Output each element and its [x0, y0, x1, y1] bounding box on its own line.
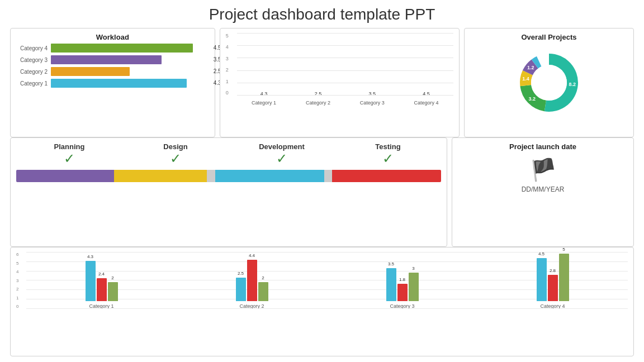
vbar-axis: 543210 — [226, 33, 229, 96]
gbar-wrapper: 3.5 — [386, 268, 396, 301]
gbar-wrapper: 2 — [108, 282, 118, 301]
donut-label: 8.2 — [569, 82, 576, 87]
grouped-axis: 6543210 — [16, 252, 18, 309]
grouped-axis-label: 6 — [16, 252, 18, 257]
donut-center — [531, 65, 567, 101]
flag-icon: 🏴 — [530, 158, 556, 182]
grouped-label: Category 4 — [540, 303, 565, 309]
vertical-bar-card: 543210 4.3 Category 1 2.5 Category 2 3.5… — [220, 28, 460, 137]
row-2: Planning ✓ Design ✓ Development ✓ Testin… — [10, 137, 634, 247]
gbar-val: 2 — [111, 275, 113, 280]
grouped-chart: 6543210 4.3 2.4 2 Category 1 2.5 4.4 — [16, 252, 628, 319]
grouped-label: Category 1 — [89, 303, 113, 309]
grouped-axis-label: 0 — [16, 304, 18, 309]
gbar — [386, 268, 396, 301]
gbar — [409, 273, 419, 301]
vbar-group: 2.5 Category 2 — [291, 91, 345, 106]
page-title: Project dashboard template PPT — [10, 6, 634, 23]
phase-bar-row — [16, 170, 441, 182]
gbar — [559, 254, 569, 301]
gbar — [97, 278, 107, 301]
launch-date: DD/MM/YEAR — [522, 185, 565, 193]
gbar — [258, 282, 268, 301]
phase-check: ✓ — [64, 152, 75, 165]
grouped-bars: 3.5 1.8 3 — [386, 244, 419, 301]
phase-item: Testing ✓ — [335, 142, 441, 165]
vbar-grid-line — [237, 83, 453, 83]
phase-name: Development — [259, 142, 305, 151]
gbar-val: 5 — [562, 247, 565, 252]
donut-title: Overall Projects — [470, 33, 628, 41]
grouped-axis-label: 3 — [16, 278, 18, 283]
donut-chart: 8.23.21.41.2 — [510, 44, 588, 122]
gbar — [236, 278, 246, 301]
hbar-label: Category 3 — [16, 57, 51, 63]
vbar-grid-line — [237, 58, 453, 58]
grouped-group: 4.3 2.4 2 Category 1 — [26, 244, 177, 309]
workload-card: Workload Category 4 4.5 Category 3 3.5 C… — [10, 28, 215, 137]
phase-item: Development ✓ — [229, 142, 335, 165]
gbar-val: 4.3 — [87, 254, 93, 259]
donut-label: 1.4 — [522, 76, 529, 82]
phase-item: Planning ✓ — [16, 142, 122, 165]
vbar-group: 4.5 Category 4 — [399, 91, 453, 106]
gbar-wrapper: 5 — [559, 254, 569, 301]
gbar-val: 2.4 — [98, 272, 105, 277]
phases-card: Planning ✓ Design ✓ Development ✓ Testin… — [10, 137, 447, 247]
gbar-val: 3 — [412, 266, 414, 271]
hbar-label: Category 2 — [16, 69, 51, 75]
vbar-wrapper: 543210 4.3 Category 1 2.5 Category 2 3.5… — [226, 33, 453, 106]
gbar-wrapper: 4.4 — [247, 260, 257, 301]
vbar-axis-label: 2 — [226, 67, 229, 73]
phase-seg — [207, 170, 215, 182]
donut-card: Overall Projects 8.23.21.41.2 — [464, 28, 634, 137]
vbar-axis-label: 3 — [226, 56, 229, 61]
phase-seg — [332, 170, 441, 182]
vbar-label: Category 1 — [252, 100, 276, 106]
vbar-label: Category 3 — [360, 100, 385, 106]
vbar-axis-label: 5 — [226, 33, 229, 39]
row-3: 6543210 4.3 2.4 2 Category 1 2.5 4.4 — [10, 247, 634, 356]
phase-check: ✓ — [170, 152, 181, 165]
donut-label: 1.2 — [527, 65, 534, 70]
gbar-val: 1.8 — [399, 277, 405, 282]
gbar-wrapper: 4.3 — [86, 261, 96, 301]
vbar-val: 3.5 — [368, 91, 376, 97]
vbar-chart: 543210 4.3 Category 1 2.5 Category 2 3.5… — [226, 33, 453, 106]
phase-item: Design ✓ — [122, 142, 229, 165]
phase-name: Planning — [54, 142, 85, 151]
gbar — [548, 275, 558, 301]
phase-check: ✓ — [276, 152, 287, 165]
gbar — [86, 261, 96, 301]
hbar-track: 2.5 — [51, 67, 209, 76]
grouped-chart-wrapper: 6543210 4.3 2.4 2 Category 1 2.5 4.4 — [16, 252, 628, 341]
gbar-val: 3.5 — [388, 261, 394, 266]
gbar-val: 4.5 — [538, 251, 544, 256]
hbar-fill — [51, 55, 162, 64]
row-1: Workload Category 4 4.5 Category 3 3.5 C… — [10, 28, 634, 137]
gbar-wrapper: 2.4 — [97, 278, 107, 301]
gbar — [108, 282, 118, 301]
gbar-val: 2 — [262, 275, 264, 280]
workload-chart: Category 4 4.5 Category 3 3.5 Category 2… — [16, 44, 209, 88]
grouped-label: Category 3 — [390, 303, 414, 309]
donut-label: 3.2 — [529, 96, 536, 102]
grouped-axis-label: 1 — [16, 296, 18, 301]
vbar-axis-label: 4 — [226, 44, 229, 50]
phase-name: Testing — [375, 142, 400, 151]
gbar-wrapper: 4.5 — [537, 258, 547, 301]
vbar-axis-label: 1 — [226, 79, 229, 84]
vbar-label: Category 4 — [414, 100, 439, 106]
grouped-bar-card: 6543210 4.3 2.4 2 Category 1 2.5 4.4 — [10, 247, 634, 356]
gbar-val: 2.8 — [550, 268, 556, 273]
vbar-val: 4.3 — [261, 91, 268, 97]
grouped-axis-label: 2 — [16, 287, 18, 292]
phase-seg — [215, 170, 324, 182]
vbar-val: 2.5 — [315, 91, 322, 97]
grouped-axis-label: 4 — [16, 269, 18, 274]
phase-seg — [114, 170, 207, 182]
hbar-label: Category 1 — [16, 80, 51, 87]
gbar-val: 4.4 — [249, 253, 255, 258]
hbar-fill — [51, 79, 187, 88]
hbar-label: Category 4 — [16, 45, 51, 51]
